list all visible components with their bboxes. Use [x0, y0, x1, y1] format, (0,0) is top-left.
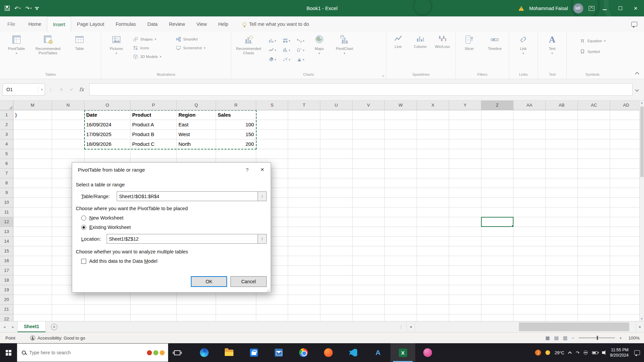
taskbar-search[interactable]: [17, 343, 168, 362]
zoom-in-icon[interactable]: +: [619, 336, 622, 341]
select-all-corner[interactable]: [0, 101, 13, 110]
row-header-6[interactable]: 6: [0, 159, 13, 169]
app-icon-a[interactable]: A: [366, 343, 390, 362]
formula-input[interactable]: [89, 83, 633, 96]
task-view-button[interactable]: [168, 343, 186, 362]
warning-icon[interactable]: [519, 6, 524, 11]
zoom-slider-thumb[interactable]: [597, 336, 598, 340]
row-header-22[interactable]: 22: [0, 314, 13, 321]
cell-R4[interactable]: 200: [216, 139, 256, 149]
row-header-5[interactable]: 5: [0, 149, 13, 159]
row-header-20[interactable]: 20: [0, 295, 13, 305]
vertical-scroll-thumb[interactable]: [640, 107, 644, 177]
redo-button[interactable]: ↷▾: [25, 5, 32, 11]
sheet-tab-sheet1[interactable]: Sheet1: [17, 321, 46, 332]
cell-O2[interactable]: 16/09/2024: [85, 120, 130, 130]
tab-insert[interactable]: Insert: [47, 16, 71, 32]
recommended-charts-button[interactable]: Recommended Charts: [232, 33, 265, 55]
add-sheet-button[interactable]: +: [51, 324, 57, 330]
row-header-4[interactable]: 4: [0, 139, 13, 149]
minimize-button[interactable]: [600, 5, 610, 11]
row-header-11[interactable]: 11: [0, 207, 13, 217]
dialog-resize-grip[interactable]: [266, 288, 270, 292]
row-header-19[interactable]: 19: [0, 285, 13, 295]
insert-statistic-chart-button[interactable]: ▾: [279, 45, 293, 55]
insert-hierarchy-chart-button[interactable]: ▾: [279, 36, 293, 45]
chrome-icon[interactable]: [291, 343, 316, 362]
slicer-button[interactable]: Slicer: [457, 33, 482, 51]
enter-formula-icon[interactable]: ✓: [66, 87, 76, 92]
collapse-ribbon-icon[interactable]: [635, 72, 639, 76]
data-model-option[interactable]: Add this data to the Data Model: [81, 258, 267, 264]
cell-Q4[interactable]: North: [177, 139, 216, 149]
column-header-X[interactable]: X: [417, 101, 449, 110]
insert-combo-chart-button[interactable]: ▾: [293, 45, 308, 55]
show-hidden-icons-icon[interactable]: [568, 351, 572, 355]
shapes-button[interactable]: Shapes ▾: [131, 37, 174, 42]
page-layout-view-icon[interactable]: ▤: [554, 335, 558, 341]
tab-home[interactable]: Home: [22, 16, 47, 32]
vscode-icon[interactable]: [341, 343, 366, 362]
cell-O1[interactable]: Date: [85, 110, 130, 120]
column-header-Q[interactable]: Q: [177, 101, 216, 110]
cell-Q1[interactable]: Region: [177, 110, 216, 120]
row-header-17[interactable]: 17: [0, 266, 13, 276]
horizontal-scroll-thumb[interactable]: [519, 322, 630, 331]
screenshot-button[interactable]: Screenshot ▾: [174, 45, 217, 51]
network-icon[interactable]: [584, 351, 588, 355]
tab-file[interactable]: File: [0, 16, 22, 32]
column-header-AC[interactable]: AC: [578, 101, 610, 110]
sheet-nav-next-icon[interactable]: ►: [9, 321, 17, 332]
mail-icon[interactable]: [266, 343, 291, 362]
text-button[interactable]: A Text ▾: [539, 33, 566, 55]
row-header-13[interactable]: 13: [0, 227, 13, 237]
volume-icon[interactable]: [602, 351, 604, 354]
search-input[interactable]: [29, 350, 144, 355]
column-header-N[interactable]: N: [52, 101, 85, 110]
undo-button[interactable]: ↶▾: [14, 5, 21, 11]
battery-icon[interactable]: [592, 351, 598, 354]
cell-P3[interactable]: Product B: [130, 130, 177, 139]
existing-worksheet-option[interactable]: Existing Worksheet: [81, 225, 267, 230]
tab-view[interactable]: View: [191, 16, 212, 32]
page-break-view-icon[interactable]: ▥: [563, 335, 568, 341]
row-header-10[interactable]: 10: [0, 198, 13, 207]
new-worksheet-radio[interactable]: [81, 216, 86, 221]
start-button[interactable]: [0, 343, 17, 362]
recommended-pivottables-button[interactable]: Recommended PivotTables: [32, 33, 64, 55]
row-header-12[interactable]: 12: [0, 217, 13, 227]
timeline-button[interactable]: Timeline: [482, 33, 507, 51]
column-header-S[interactable]: S: [256, 101, 288, 110]
cell-O3[interactable]: 17/09/2025: [85, 130, 130, 139]
action-center-icon[interactable]: [634, 350, 640, 355]
column-header-AB[interactable]: AB: [546, 101, 578, 110]
cell-O4[interactable]: 18/09/2026: [85, 139, 130, 149]
dialog-help-button[interactable]: ?: [240, 167, 254, 173]
save-icon[interactable]: [5, 6, 10, 11]
zoom-slider[interactable]: [579, 338, 615, 338]
temperature[interactable]: 29°C: [554, 350, 564, 355]
column-header-U[interactable]: U: [320, 101, 353, 110]
avatar[interactable]: MF: [573, 3, 583, 13]
row-header-21[interactable]: 21: [0, 305, 13, 314]
cell-Q2[interactable]: East: [177, 120, 216, 130]
account-name[interactable]: Mohammad Faisal: [529, 6, 568, 11]
ribbon-display-options-icon[interactable]: [589, 6, 594, 11]
tell-me-box[interactable]: Tell me what you want to do: [243, 16, 309, 32]
maps-button[interactable]: Maps ▾: [308, 33, 331, 55]
range-picker-icon[interactable]: ↑: [258, 191, 267, 201]
column-header-AD[interactable]: AD: [610, 101, 642, 110]
row-header-1[interactable]: 1: [0, 110, 13, 120]
dialog-close-button[interactable]: ×: [254, 163, 271, 177]
tab-page-layout[interactable]: Page Layout: [71, 16, 110, 32]
cell-Q3[interactable]: West: [177, 130, 216, 139]
close-button[interactable]: ×: [631, 5, 641, 11]
normal-view-icon[interactable]: ▦: [545, 335, 550, 341]
insert-line-chart-button[interactable]: ▾: [265, 45, 279, 55]
row-header-15[interactable]: 15: [0, 246, 13, 256]
comments-icon[interactable]: [631, 22, 637, 26]
insert-scatter-chart-button[interactable]: ▾: [279, 55, 293, 64]
chevron-down-icon[interactable]: ▾: [19, 7, 21, 10]
row-header-3[interactable]: 3: [0, 130, 13, 139]
data-model-checkbox[interactable]: [81, 259, 86, 264]
